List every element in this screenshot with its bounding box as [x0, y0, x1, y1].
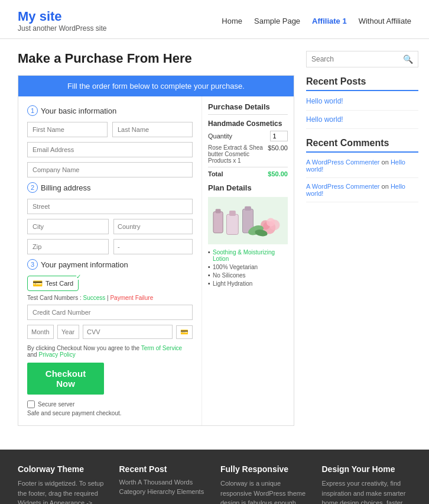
cvv-card-icon: 💳	[176, 325, 193, 339]
terms-text: By clicking Checkout Now you agree to th…	[27, 345, 193, 358]
page-title: Make a Purchase From Here	[18, 51, 294, 66]
footer-post-link-1[interactable]: Worth A Thousand Words	[119, 479, 209, 486]
site-header: My site Just another WordPress site Home…	[0, 0, 429, 39]
secure-label: Secure server	[38, 401, 74, 408]
plan-bullets: Soothing & Moisturizing Lotion 100% Vege…	[208, 249, 288, 287]
svg-rect-1	[216, 209, 221, 213]
street-input[interactable]	[27, 199, 193, 214]
year-select[interactable]: Year	[57, 325, 79, 339]
nav-sample[interactable]: Sample Page	[254, 17, 300, 25]
company-row	[27, 162, 193, 177]
cosmetic-svg	[208, 199, 288, 243]
footer-col4-text: Express your creativity, find inspiratio…	[322, 479, 412, 504]
product-price: $50.00	[268, 144, 288, 164]
section1-header: 1 Your basic information	[27, 105, 193, 116]
country-select[interactable]: Country	[113, 219, 193, 234]
first-name-input[interactable]	[27, 122, 108, 137]
checkout-header: Fill the order form below to complete yo…	[18, 76, 294, 96]
city-input[interactable]	[27, 219, 109, 234]
site-title: My site	[18, 9, 107, 24]
qty-label: Quantity	[208, 133, 232, 140]
search-input[interactable]	[311, 55, 403, 63]
section1-num: 1	[27, 105, 38, 116]
commenter-1-link[interactable]: A WordPress Commenter	[306, 159, 380, 166]
terms-link[interactable]: Term of Service	[141, 345, 182, 351]
card-badge: 💳 Test Card ✓	[27, 276, 79, 291]
checkout-form: 1 Your basic information	[18, 96, 202, 425]
qty-input[interactable]	[270, 131, 288, 141]
bullet-2: 100% Vegetarian	[208, 264, 288, 270]
purchase-title: Purchase Details	[208, 102, 288, 115]
card-number-input[interactable]	[27, 305, 193, 320]
footer-col3-title: Fully Responsive	[220, 464, 310, 474]
city-country-row: Country	[27, 219, 193, 234]
svg-rect-0	[213, 211, 223, 232]
card-number-row	[27, 305, 193, 320]
street-row	[27, 199, 193, 214]
name-row	[27, 122, 193, 137]
section3-num: 3	[27, 259, 38, 270]
main-nav: Home Sample Page Affiliate 1 Without Aff…	[222, 17, 411, 25]
footer-grid: Colorway Theme Footer is widgetized. To …	[18, 464, 411, 504]
svg-rect-5	[245, 206, 251, 210]
footer-col4-title: Design Your Home	[322, 464, 412, 474]
product-name: Handmade Cosmetics	[208, 119, 288, 128]
post-link-2[interactable]: Hello world!	[306, 115, 418, 129]
section1-title: Your basic information	[41, 106, 116, 115]
test-numbers-row: Test Card Numbers : Success | Payment Fa…	[27, 295, 193, 301]
nav-home[interactable]: Home	[222, 17, 242, 25]
section3-title: Your payment information	[41, 260, 128, 269]
footer-col-3: Fully Responsive Colorway is a unique re…	[220, 464, 310, 504]
zip-input[interactable]	[27, 239, 109, 254]
nav-affiliate1[interactable]: Affiliate 1	[312, 17, 347, 25]
company-input[interactable]	[27, 162, 193, 177]
email-row	[27, 142, 193, 157]
footer-col-2: Recent Post Worth A Thousand Words Categ…	[119, 464, 209, 504]
card-icon: 💳	[32, 279, 43, 288]
failure-link[interactable]: Payment Failure	[110, 295, 153, 301]
content-area: Make a Purchase From Here Fill the order…	[18, 51, 294, 426]
section2-header: 2 Billing address	[27, 182, 193, 193]
bullet-4: Light Hydration	[208, 280, 288, 287]
total-price: $50.00	[268, 170, 288, 177]
total-row: Total $50.00	[208, 167, 288, 177]
purchase-panel: Purchase Details Handmade Cosmetics Quan…	[202, 96, 294, 425]
comment-2: A WordPress Commenter on Hello world!	[306, 183, 418, 202]
footer-post-link-2[interactable]: Category Hierarchy Elements	[119, 488, 209, 495]
footer-col3-text: Colorway is a unique responsive WordPres…	[220, 479, 310, 504]
privacy-link[interactable]: Privacy Policy	[38, 351, 75, 358]
svg-rect-2	[227, 214, 239, 234]
footer-col-1: Colorway Theme Footer is widgetized. To …	[18, 464, 108, 504]
secure-row: Secure server	[27, 400, 193, 408]
dash-select[interactable]: -	[113, 239, 193, 254]
secure-desc: Safe and secure payment checkout.	[27, 410, 193, 416]
post-link-1[interactable]: Hello world!	[306, 97, 418, 111]
svg-rect-3	[229, 210, 236, 215]
main-content: Make a Purchase From Here Fill the order…	[0, 39, 429, 438]
checkout-button[interactable]: Checkout Now	[27, 363, 104, 395]
commenter-2-link[interactable]: A WordPress Commenter	[306, 183, 380, 190]
card-label: Test Card	[46, 280, 73, 287]
month-select[interactable]: Month	[27, 325, 54, 339]
footer-col1-title: Colorway Theme	[18, 464, 108, 474]
email-input[interactable]	[27, 142, 193, 157]
footer-col-4: Design Your Home Express your creativity…	[322, 464, 412, 504]
svg-point-9	[266, 218, 275, 226]
site-tagline: Just another WordPress site	[18, 24, 107, 33]
checkout-container: Fill the order form below to complete yo…	[18, 75, 294, 426]
cvv-input[interactable]	[83, 325, 173, 339]
footer-col2-title: Recent Post	[119, 464, 209, 474]
sidebar: 🔍 Recent Posts Hello world! Hello world!…	[306, 51, 418, 426]
section2-title: Billing address	[41, 183, 91, 192]
secure-checkbox[interactable]	[27, 400, 35, 408]
bullet-1-link[interactable]: Soothing & Moisturizing Lotion	[213, 249, 275, 262]
site-branding: My site Just another WordPress site	[18, 9, 107, 33]
nav-without-affiliate[interactable]: Without Affiliate	[359, 17, 411, 25]
recent-posts-title: Recent Posts	[306, 76, 418, 91]
search-icon[interactable]: 🔍	[403, 54, 413, 64]
success-link[interactable]: Success	[83, 295, 105, 301]
card-check-icon: ✓	[76, 273, 81, 280]
site-footer: Colorway Theme Footer is widgetized. To …	[0, 450, 429, 504]
last-name-input[interactable]	[112, 122, 193, 137]
comment-1: A WordPress Commenter on Hello world!	[306, 159, 418, 178]
